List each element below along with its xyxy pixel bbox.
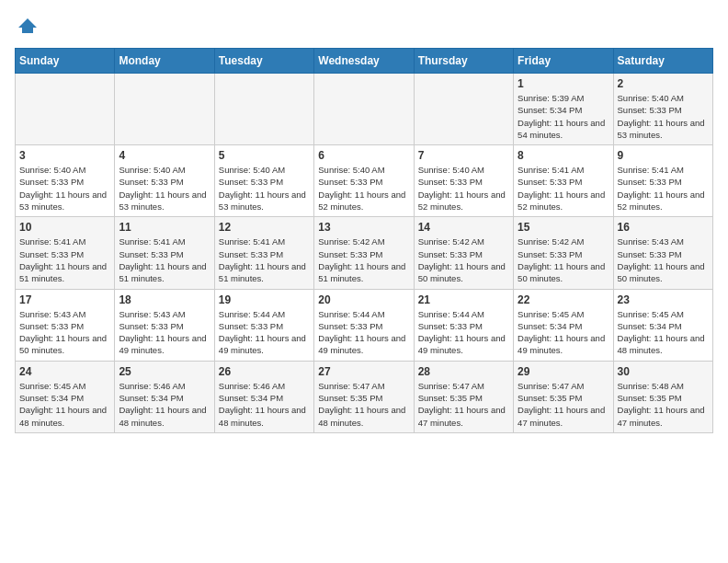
calendar-cell: 18 Sunrise: 5:43 AMSunset: 5:33 PMDaylig… <box>115 289 214 361</box>
calendar-header-saturday: Saturday <box>613 49 712 74</box>
calendar-cell: 23 Sunrise: 5:45 AMSunset: 5:34 PMDaylig… <box>613 289 712 361</box>
day-info: Sunrise: 5:40 AMSunset: 5:33 PMDaylight:… <box>618 92 709 141</box>
calendar-header-row: SundayMondayTuesdayWednesdayThursdayFrid… <box>16 49 713 74</box>
calendar-cell: 20 Sunrise: 5:44 AMSunset: 5:33 PMDaylig… <box>314 289 414 361</box>
calendar-cell <box>115 74 214 145</box>
calendar-cell <box>214 74 313 145</box>
day-number: 27 <box>318 365 409 378</box>
calendar-cell: 27 Sunrise: 5:47 AMSunset: 5:35 PMDaylig… <box>314 361 414 432</box>
day-info: Sunrise: 5:40 AMSunset: 5:33 PMDaylight:… <box>19 164 110 213</box>
day-info: Sunrise: 5:40 AMSunset: 5:33 PMDaylight:… <box>418 164 509 213</box>
calendar-cell: 4 Sunrise: 5:40 AMSunset: 5:33 PMDayligh… <box>115 145 214 217</box>
day-info: Sunrise: 5:40 AMSunset: 5:33 PMDaylight:… <box>119 164 210 213</box>
calendar-week-row: 17 Sunrise: 5:43 AMSunset: 5:33 PMDaylig… <box>16 289 713 361</box>
day-info: Sunrise: 5:42 AMSunset: 5:33 PMDaylight:… <box>318 236 409 284</box>
day-number: 2 <box>618 77 709 90</box>
day-number: 17 <box>19 293 110 306</box>
day-number: 22 <box>518 293 609 306</box>
day-number: 11 <box>119 221 210 234</box>
day-number: 23 <box>618 293 709 306</box>
day-info: Sunrise: 5:47 AMSunset: 5:35 PMDaylight:… <box>418 380 509 429</box>
calendar-cell: 5 Sunrise: 5:40 AMSunset: 5:33 PMDayligh… <box>214 145 313 217</box>
day-info: Sunrise: 5:44 AMSunset: 5:33 PMDaylight:… <box>418 308 509 357</box>
calendar-cell: 15 Sunrise: 5:42 AMSunset: 5:33 PMDaylig… <box>514 217 613 289</box>
day-info: Sunrise: 5:42 AMSunset: 5:33 PMDaylight:… <box>518 236 609 284</box>
day-info: Sunrise: 5:45 AMSunset: 5:34 PMDaylight:… <box>19 380 110 429</box>
day-number: 26 <box>219 365 310 378</box>
page-header <box>15 15 713 37</box>
calendar-cell: 17 Sunrise: 5:43 AMSunset: 5:33 PMDaylig… <box>16 289 115 361</box>
calendar-cell: 12 Sunrise: 5:41 AMSunset: 5:33 PMDaylig… <box>214 217 313 289</box>
day-info: Sunrise: 5:41 AMSunset: 5:33 PMDaylight:… <box>618 164 709 213</box>
day-info: Sunrise: 5:45 AMSunset: 5:34 PMDaylight:… <box>518 308 609 357</box>
calendar-table: SundayMondayTuesdayWednesdayThursdayFrid… <box>15 48 713 433</box>
calendar-cell <box>314 74 414 145</box>
day-info: Sunrise: 5:39 AMSunset: 5:34 PMDaylight:… <box>518 92 609 141</box>
calendar-week-row: 10 Sunrise: 5:41 AMSunset: 5:33 PMDaylig… <box>16 217 713 289</box>
day-info: Sunrise: 5:41 AMSunset: 5:33 PMDaylight:… <box>119 236 210 284</box>
day-number: 18 <box>119 293 210 306</box>
logo <box>15 15 39 37</box>
logo-icon <box>17 15 39 37</box>
calendar-cell: 6 Sunrise: 5:40 AMSunset: 5:33 PMDayligh… <box>314 145 414 217</box>
day-number: 6 <box>318 149 409 162</box>
calendar-cell: 14 Sunrise: 5:42 AMSunset: 5:33 PMDaylig… <box>414 217 513 289</box>
calendar-cell: 7 Sunrise: 5:40 AMSunset: 5:33 PMDayligh… <box>414 145 513 217</box>
day-number: 14 <box>418 221 509 234</box>
day-info: Sunrise: 5:41 AMSunset: 5:33 PMDaylight:… <box>219 236 310 284</box>
day-number: 7 <box>418 149 509 162</box>
calendar-header-monday: Monday <box>115 49 214 74</box>
day-number: 3 <box>19 149 110 162</box>
calendar-week-row: 1 Sunrise: 5:39 AMSunset: 5:34 PMDayligh… <box>16 74 713 145</box>
day-info: Sunrise: 5:43 AMSunset: 5:33 PMDaylight:… <box>19 308 110 357</box>
day-info: Sunrise: 5:46 AMSunset: 5:34 PMDaylight:… <box>119 380 210 429</box>
day-number: 4 <box>119 149 210 162</box>
day-number: 28 <box>418 365 509 378</box>
day-number: 25 <box>119 365 210 378</box>
day-number: 8 <box>518 149 609 162</box>
day-info: Sunrise: 5:45 AMSunset: 5:34 PMDaylight:… <box>618 308 709 357</box>
calendar-cell: 26 Sunrise: 5:46 AMSunset: 5:34 PMDaylig… <box>214 361 313 432</box>
calendar-cell: 11 Sunrise: 5:41 AMSunset: 5:33 PMDaylig… <box>115 217 214 289</box>
calendar-cell: 19 Sunrise: 5:44 AMSunset: 5:33 PMDaylig… <box>214 289 313 361</box>
calendar-cell: 21 Sunrise: 5:44 AMSunset: 5:33 PMDaylig… <box>414 289 513 361</box>
calendar-cell <box>414 74 513 145</box>
day-info: Sunrise: 5:40 AMSunset: 5:33 PMDaylight:… <box>318 164 409 213</box>
day-number: 15 <box>518 221 609 234</box>
day-number: 10 <box>19 221 110 234</box>
day-info: Sunrise: 5:48 AMSunset: 5:35 PMDaylight:… <box>618 380 709 429</box>
calendar-cell: 1 Sunrise: 5:39 AMSunset: 5:34 PMDayligh… <box>514 74 613 145</box>
day-info: Sunrise: 5:44 AMSunset: 5:33 PMDaylight:… <box>219 308 310 357</box>
day-info: Sunrise: 5:40 AMSunset: 5:33 PMDaylight:… <box>219 164 310 213</box>
calendar-cell: 25 Sunrise: 5:46 AMSunset: 5:34 PMDaylig… <box>115 361 214 432</box>
calendar-header-friday: Friday <box>514 49 613 74</box>
calendar-header-tuesday: Tuesday <box>214 49 313 74</box>
day-number: 30 <box>618 365 709 378</box>
day-number: 29 <box>518 365 609 378</box>
calendar-cell: 16 Sunrise: 5:43 AMSunset: 5:33 PMDaylig… <box>613 217 712 289</box>
day-info: Sunrise: 5:41 AMSunset: 5:33 PMDaylight:… <box>518 164 609 213</box>
day-number: 5 <box>219 149 310 162</box>
day-info: Sunrise: 5:43 AMSunset: 5:33 PMDaylight:… <box>618 236 709 284</box>
calendar-cell: 29 Sunrise: 5:47 AMSunset: 5:35 PMDaylig… <box>514 361 613 432</box>
calendar-cell: 30 Sunrise: 5:48 AMSunset: 5:35 PMDaylig… <box>613 361 712 432</box>
svg-marker-0 <box>18 18 37 33</box>
day-number: 12 <box>219 221 310 234</box>
calendar-week-row: 24 Sunrise: 5:45 AMSunset: 5:34 PMDaylig… <box>16 361 713 432</box>
day-info: Sunrise: 5:47 AMSunset: 5:35 PMDaylight:… <box>518 380 609 429</box>
day-number: 20 <box>318 293 409 306</box>
calendar-week-row: 3 Sunrise: 5:40 AMSunset: 5:33 PMDayligh… <box>16 145 713 217</box>
day-info: Sunrise: 5:43 AMSunset: 5:33 PMDaylight:… <box>119 308 210 357</box>
calendar-cell: 9 Sunrise: 5:41 AMSunset: 5:33 PMDayligh… <box>613 145 712 217</box>
day-number: 1 <box>518 77 609 90</box>
day-number: 13 <box>318 221 409 234</box>
day-info: Sunrise: 5:41 AMSunset: 5:33 PMDaylight:… <box>19 236 110 284</box>
day-number: 24 <box>19 365 110 378</box>
calendar-cell: 2 Sunrise: 5:40 AMSunset: 5:33 PMDayligh… <box>613 74 712 145</box>
calendar-cell: 13 Sunrise: 5:42 AMSunset: 5:33 PMDaylig… <box>314 217 414 289</box>
calendar-header-wednesday: Wednesday <box>314 49 414 74</box>
day-info: Sunrise: 5:44 AMSunset: 5:33 PMDaylight:… <box>318 308 409 357</box>
day-number: 9 <box>618 149 709 162</box>
calendar-cell: 10 Sunrise: 5:41 AMSunset: 5:33 PMDaylig… <box>16 217 115 289</box>
day-number: 19 <box>219 293 310 306</box>
